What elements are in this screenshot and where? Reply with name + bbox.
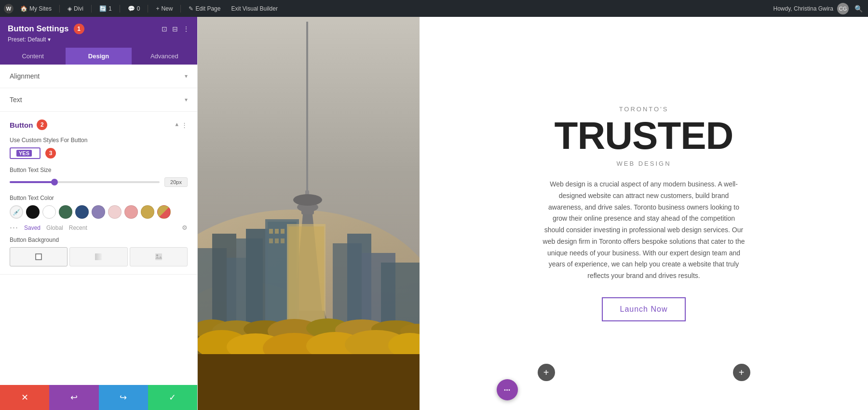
redo-icon: ↪: [120, 392, 127, 403]
chevron-up-icon[interactable]: ▾: [175, 121, 178, 129]
add-column-buttons: + +: [420, 364, 868, 381]
admin-bar-divi[interactable]: ◈ Divi: [64, 0, 87, 17]
color-tab-recent[interactable]: Recent: [69, 225, 87, 231]
color-swatch-green[interactable]: [59, 205, 72, 219]
title-badge-row: Button Settings 1: [8, 24, 84, 34]
custom-styles-toggle[interactable]: YES: [10, 147, 41, 159]
color-swatch-navy[interactable]: [75, 205, 89, 219]
divider: [180, 5, 181, 13]
admin-bar-comments[interactable]: 🔄 1: [95, 0, 116, 17]
plus-icon: +: [156, 5, 159, 12]
columns-icon[interactable]: ⊟: [172, 25, 178, 33]
close-icon: ✕: [21, 392, 28, 403]
admin-bar-editpage[interactable]: ✎ Edit Page: [185, 0, 224, 17]
color-tab-global[interactable]: Global: [46, 225, 63, 231]
admin-bar-exit-builder[interactable]: Exit Visual Builder: [227, 0, 282, 17]
svg-point-4: [156, 254, 158, 256]
alignment-label: Alignment: [10, 72, 40, 80]
user-avatar[interactable]: CG: [837, 3, 849, 14]
plus-icon: +: [739, 367, 745, 378]
text-size-value: 20px: [164, 177, 188, 187]
toggle-container: YES 3: [10, 147, 188, 159]
plus-icon: +: [543, 367, 549, 378]
color-swatch-blush[interactable]: [108, 205, 122, 219]
text-header[interactable]: Text ▾: [10, 96, 188, 104]
svg-rect-8: [306, 22, 308, 190]
divider: [59, 5, 60, 13]
panel-tabs: Content Design Advanced: [0, 48, 197, 65]
trusted-heading: TRUSTED: [555, 117, 733, 155]
redo-button[interactable]: ↪: [99, 385, 148, 410]
slider-thumb[interactable]: [51, 179, 58, 185]
refresh-icon: 🔄: [99, 5, 107, 12]
button-section: Button 2 ▾ ⋮ Use Custom Styles For Butto…: [0, 112, 197, 275]
alignment-section: Alignment ▾: [0, 65, 197, 88]
text-label: Text: [10, 96, 22, 104]
divider: [91, 5, 92, 13]
search-icon[interactable]: 🔍: [853, 3, 864, 14]
hero-image-col: [198, 17, 420, 410]
undo-button[interactable]: ↩: [49, 385, 98, 410]
svg-rect-50: [198, 354, 420, 410]
svg-rect-26: [269, 238, 273, 243]
svg-rect-23: [269, 229, 273, 234]
button-section-left: Button 2: [10, 119, 47, 130]
svg-rect-28: [281, 238, 285, 243]
admin-bar-user: Howdy, Christina Gwira CG 🔍: [773, 3, 864, 14]
color-swatches: 💉: [10, 205, 188, 219]
color-swatch-lavender[interactable]: [92, 205, 105, 219]
tab-design[interactable]: Design: [66, 48, 131, 65]
color-swatch-rose[interactable]: [124, 205, 138, 219]
add-col-button-left[interactable]: +: [538, 364, 555, 381]
color-swatch-red[interactable]: [157, 205, 171, 219]
divi-icon: ◈: [68, 5, 72, 12]
custom-styles-label: Use Custom Styles For Button: [10, 137, 188, 144]
eyedropper-icon[interactable]: 💉: [10, 205, 23, 219]
bg-fill-option[interactable]: [10, 247, 68, 266]
more-options-icon[interactable]: ⋮: [181, 121, 188, 129]
color-swatch-black[interactable]: [26, 205, 40, 219]
custom-styles-row: Use Custom Styles For Button YES 3: [10, 137, 188, 159]
launch-button[interactable]: Launch Now: [602, 297, 686, 321]
main-layout: Button Settings 1 ⊡ ⊟ ⋮ Preset: Default …: [0, 17, 868, 410]
button-section-icons: ▾ ⋮: [175, 121, 188, 129]
svg-rect-3: [155, 253, 162, 260]
more-colors-icon[interactable]: ···: [10, 223, 18, 233]
close-button[interactable]: ✕: [0, 385, 49, 410]
add-col-button-right[interactable]: +: [733, 364, 750, 381]
preset-label: Preset: Default ▾: [8, 36, 190, 43]
admin-bar-messages[interactable]: 💬 0: [124, 0, 144, 17]
wordpress-icon[interactable]: W: [4, 4, 14, 13]
save-icon: ✓: [169, 392, 176, 403]
gradient-icon: [94, 252, 103, 261]
tab-advanced[interactable]: Advanced: [132, 48, 197, 65]
admin-bar-mysites[interactable]: 🏠 My Sites: [16, 0, 55, 17]
edit-icon: ✎: [189, 5, 193, 12]
canvas-area: TORONTO'S TRUSTED WEB DESIGN Web design …: [198, 17, 868, 410]
panel-header: Button Settings 1 ⊡ ⊟ ⋮ Preset: Default …: [0, 17, 197, 48]
text-color-label: Button Text Color: [10, 195, 188, 201]
bg-options: [10, 247, 188, 266]
save-button[interactable]: ✓: [148, 385, 197, 410]
more-icon[interactable]: ⋮: [183, 25, 190, 33]
panel-header-top: Button Settings 1 ⊡ ⊟ ⋮: [8, 24, 190, 34]
image-icon: [154, 252, 163, 261]
alignment-header[interactable]: Alignment ▾: [10, 72, 188, 80]
tab-content[interactable]: Content: [0, 48, 66, 65]
bg-image-option[interactable]: [130, 247, 188, 266]
floating-action-button[interactable]: •••: [497, 379, 518, 400]
bg-label: Button Background: [10, 237, 188, 243]
color-swatch-gold[interactable]: [141, 205, 154, 219]
button-section-title: Button: [10, 121, 33, 129]
gear-icon[interactable]: ⚙: [182, 224, 188, 231]
text-size-slider[interactable]: [10, 181, 160, 183]
badge-3: 3: [45, 148, 56, 159]
divider: [148, 5, 148, 13]
slider-fill: [10, 181, 54, 183]
fullscreen-icon[interactable]: ⊡: [162, 25, 167, 33]
chevron-down-icon: ▾: [185, 96, 188, 103]
bg-gradient-option[interactable]: [69, 247, 127, 266]
color-tab-saved[interactable]: Saved: [24, 225, 41, 231]
admin-bar-new[interactable]: + New: [152, 0, 176, 17]
color-swatch-white[interactable]: [42, 205, 56, 219]
